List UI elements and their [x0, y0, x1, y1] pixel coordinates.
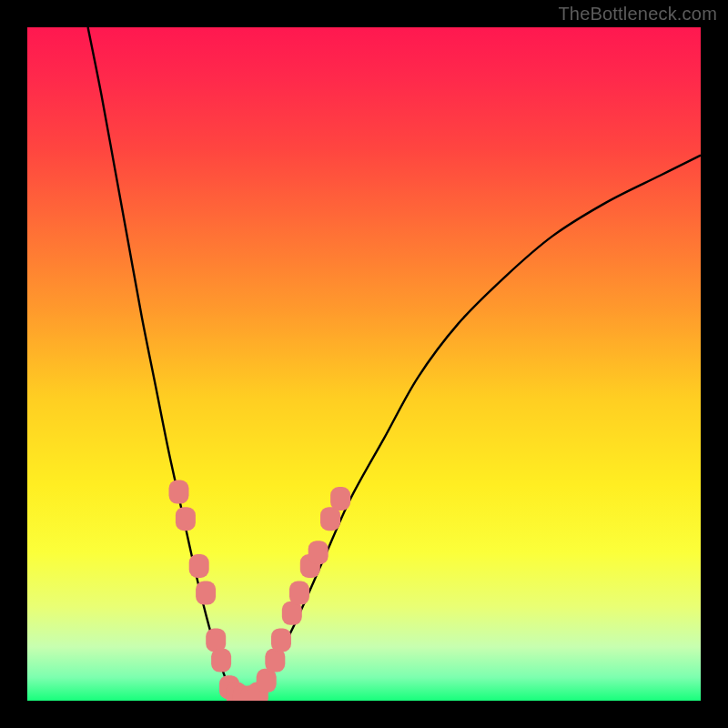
marker-point: [206, 628, 226, 652]
marker-point: [289, 581, 309, 605]
marker-point: [196, 581, 216, 605]
marker-point: [265, 649, 285, 672]
marker-point: [271, 628, 291, 652]
marker-point: [189, 554, 209, 578]
marker-point: [257, 669, 277, 693]
marker-point: [330, 487, 350, 511]
chart-stage: TheBottleneck.com: [0, 0, 728, 728]
marker-point: [211, 649, 231, 672]
marker-point: [308, 541, 329, 564]
marker-point: [176, 507, 196, 531]
marker-point: [282, 602, 302, 625]
watermark-text: TheBottleneck.com: [558, 4, 717, 25]
chart-svg: [0, 0, 728, 728]
plot-background: [27, 27, 701, 701]
marker-point: [169, 480, 189, 504]
marker-point: [320, 507, 340, 531]
